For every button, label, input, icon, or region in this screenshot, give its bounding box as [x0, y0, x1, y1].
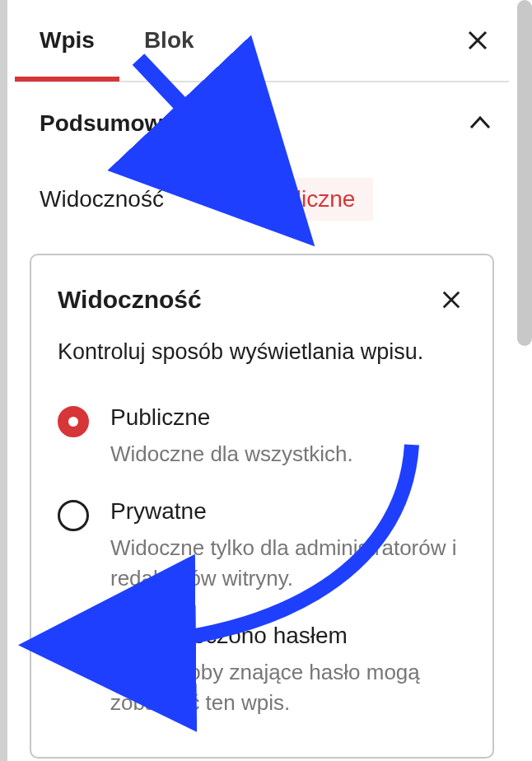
visibility-popover: Widoczność Kontroluj sposób wyświetlania…	[30, 254, 494, 759]
tab-block[interactable]: Blok	[119, 1, 219, 80]
visibility-option-public[interactable]: Publiczne Widoczne dla wszystkich.	[58, 390, 466, 483]
option-password-body: Zabezpieczono hasłem Tylko osoby znające…	[110, 623, 466, 717]
summary-section-toggle[interactable]: Podsumowanie	[15, 82, 509, 153]
settings-sidebar: Wpis Blok Podsumowanie Widoczność Public…	[15, 0, 509, 761]
close-icon	[441, 290, 461, 310]
popover-description: Kontroluj sposób wyświetlania wpisu.	[58, 339, 466, 365]
chevron-up-icon	[468, 111, 492, 136]
visibility-row: Widoczność Publiczne	[15, 153, 509, 254]
visibility-label: Widoczność	[40, 186, 237, 212]
option-password-label: Zabezpieczono hasłem	[110, 623, 466, 649]
close-icon	[467, 30, 488, 51]
radio-password[interactable]	[58, 624, 89, 656]
close-popover-button[interactable]	[436, 285, 466, 315]
tab-block-label: Blok	[144, 27, 194, 53]
popover-header: Widoczność	[58, 285, 466, 315]
visibility-option-private[interactable]: Prywatne Widoczne tylko dla administrato…	[58, 483, 466, 608]
close-settings-button[interactable]	[461, 24, 494, 57]
tab-post[interactable]: Wpis	[15, 1, 119, 80]
tabs-row: Wpis Blok	[15, 0, 509, 82]
tab-post-label: Wpis	[40, 27, 95, 53]
option-private-body: Prywatne Widoczne tylko dla administrato…	[110, 498, 466, 593]
popover-title: Widoczność	[58, 286, 202, 314]
summary-title: Podsumowanie	[40, 110, 208, 137]
visibility-option-password[interactable]: Zabezpieczono hasłem Tylko osoby znające…	[58, 608, 466, 732]
option-public-label: Publiczne	[110, 404, 353, 431]
visibility-value-button[interactable]: Publiczne	[237, 178, 373, 221]
scrollbar[interactable]	[517, 0, 532, 346]
radio-public[interactable]	[58, 406, 89, 437]
radio-private[interactable]	[58, 500, 89, 531]
option-private-label: Prywatne	[110, 498, 466, 525]
option-password-desc: Tylko osoby znające hasło mogą zobaczyć …	[110, 657, 466, 717]
left-scroll-gutter	[0, 0, 7, 761]
option-private-desc: Widoczne tylko dla administratorów i red…	[110, 533, 466, 593]
option-public-body: Publiczne Widoczne dla wszystkich.	[110, 404, 353, 469]
option-public-desc: Widoczne dla wszystkich.	[110, 439, 353, 469]
